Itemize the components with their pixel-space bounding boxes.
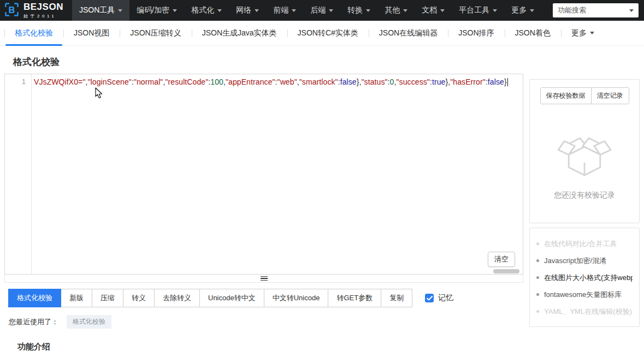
code-token: "status" (362, 78, 388, 86)
bullet-icon (536, 242, 539, 245)
memory-toggle[interactable]: 记忆 (425, 293, 453, 303)
toolbar-button[interactable]: 压缩 (92, 289, 123, 307)
line-number: 1 (5, 78, 31, 86)
nav-menu-item[interactable]: 前端 (266, 0, 303, 21)
editor-column: 1 VJsZWQifX0=","loginScene":"normal","re… (4, 74, 523, 351)
chevron-down-icon (255, 9, 259, 12)
chevron-down-icon (217, 9, 222, 12)
tool-tab[interactable]: JSON着色 (505, 21, 561, 46)
bejson-logo[interactable]: B BEJSON 始于2011 (0, 2, 72, 19)
nav-menu-item[interactable]: 格式化 (184, 0, 229, 21)
chevron-down-icon (403, 9, 407, 12)
toolbar-button[interactable]: 新版 (61, 289, 92, 307)
records-button-group: 保存校验数据 清空记录 (540, 87, 629, 104)
bullet-icon (536, 293, 539, 296)
navbar-menu: JSON工具 编码/加密 格式化 网络 前端 后端 转换 其他 (72, 0, 541, 21)
page-title: 格式化校验 (13, 56, 644, 68)
toolbar-button[interactable]: 格式化校验 (8, 289, 61, 307)
chevron-down-icon (440, 9, 445, 12)
tool-tab[interactable]: JSON排序 (448, 21, 504, 46)
tool-tab[interactable]: 更多 (561, 21, 605, 46)
recent-used-row: 您最近使用了： 格式化校验 (9, 315, 523, 329)
code-token: VJsZWQifX0=" (34, 78, 85, 86)
json-editor[interactable]: 1 VJsZWQifX0=","loginScene":"normal","re… (4, 74, 523, 275)
editor-clear-button[interactable]: 清空 (488, 252, 515, 267)
empty-box-icon (554, 127, 615, 182)
toolbar-button[interactable]: 去除转义 (154, 289, 200, 307)
nav-menu-item[interactable]: 更多 (504, 0, 541, 21)
nav-menu-item[interactable]: 转换 (340, 0, 377, 21)
recent-used-tag[interactable]: 格式化校验 (67, 315, 111, 329)
chevron-down-icon (173, 9, 177, 12)
nav-menu-item[interactable]: JSON工具 (72, 0, 129, 21)
nav-menu-item[interactable]: 后端 (303, 0, 340, 21)
check-icon (427, 296, 433, 301)
toolbar-button[interactable]: 转义 (123, 289, 155, 307)
sidebar-link[interactable]: Javascript加密/混淆 (536, 252, 633, 269)
toolbar-button[interactable]: 中文转Unicode (264, 289, 329, 307)
nav-menu-item[interactable]: 网络 (229, 0, 266, 21)
chevron-down-icon (118, 9, 122, 12)
code-token: "smartlock" (299, 78, 338, 86)
top-navbar: B BEJSON 始于2011 JSON工具 编码/加密 格式化 网络 前端 (0, 0, 644, 21)
bullet-icon (536, 259, 539, 262)
code-token: }, (357, 78, 362, 86)
bullet-icon (536, 310, 539, 313)
code-token: "hasError" (450, 78, 486, 86)
code-token: false (488, 78, 504, 86)
related-links-panel: 在线代码对比/合并工具 Javascript加密/混淆 在线图片大小格式(支持w… (529, 228, 640, 327)
right-sidebar: 保存校验数据 清空记录 您还没有校验记录 (529, 74, 640, 327)
tool-tab[interactable]: JSON压缩转义 (120, 21, 191, 46)
code-token: "loginScene" (87, 78, 131, 86)
action-toolbar: 格式化校验新版压缩转义去除转义Unicode转中文中文转Unicode转GET参… (9, 289, 523, 307)
tool-tab[interactable]: JSON转C#实体类 (287, 21, 369, 46)
sidebar-link[interactable]: 在线图片大小格式(支持webp... (536, 269, 633, 286)
memory-checkbox[interactable] (425, 294, 434, 302)
nav-menu-item[interactable]: 平台工具 (452, 0, 504, 21)
sidebar-link[interactable]: fontawesome矢量图标库 (536, 286, 633, 303)
horizontal-scrollbar-thumb[interactable] (493, 269, 519, 273)
chevron-down-icon (493, 9, 497, 12)
bullet-icon (536, 276, 539, 279)
chevron-down-icon (366, 9, 370, 12)
toolbar-button[interactable]: 复制 (381, 289, 412, 307)
toolbar-button[interactable]: Unicode转中文 (199, 289, 264, 307)
tool-tab[interactable]: JSON在线编辑器 (369, 21, 448, 46)
logo-subtitle: 始于2011 (23, 13, 63, 19)
nav-menu-item[interactable]: 其他 (377, 0, 415, 21)
code-token: "web" (277, 78, 297, 86)
editor-resize-handle[interactable] (4, 275, 523, 283)
feature-intro-title: 功能介绍 (17, 342, 510, 351)
no-records-text: 您还没有校验记录 (554, 191, 615, 200)
toolbar-button[interactable]: 转GET参数 (328, 289, 381, 307)
svg-text:B: B (9, 4, 15, 14)
code-token: true (432, 78, 446, 86)
tool-tab[interactable]: JSON生成Java实体类 (192, 21, 287, 46)
code-token: "normal" (134, 78, 163, 86)
main-row: 1 VJsZWQifX0=","loginScene":"normal","re… (0, 74, 644, 351)
clear-records-button[interactable]: 清空记录 (591, 87, 629, 104)
save-validation-button[interactable]: 保存校验数据 (540, 87, 592, 104)
chevron-down-icon (329, 9, 333, 12)
memory-label: 记忆 (438, 293, 453, 303)
search-select[interactable]: 功能搜索 (553, 3, 639, 17)
code-token: false (340, 78, 357, 86)
chevron-down-icon (292, 9, 296, 12)
code-line[interactable]: VJsZWQifX0=","loginScene":"normal","resu… (32, 74, 523, 274)
code-token: "resultCode" (165, 78, 208, 86)
recent-used-label: 您最近使用了： (9, 317, 58, 327)
sidebar-link[interactable]: YAML、YML在线编辑(校验)器 (536, 303, 633, 320)
tool-tab[interactable]: 格式化校验 (4, 21, 63, 46)
bejson-logo-icon: B (4, 2, 19, 19)
toolbar-buttons: 格式化校验新版压缩转义去除转义Unicode转中文中文转Unicode转GET参… (9, 289, 412, 307)
code-token: }, (445, 78, 450, 86)
line-number-gutter: 1 (5, 74, 32, 274)
code-token: } (504, 78, 507, 86)
search-placeholder: 功能搜索 (558, 5, 586, 15)
chevron-down-icon (530, 9, 534, 12)
nav-menu-item[interactable]: 编码/加密 (129, 0, 184, 21)
tool-tab[interactable]: JSON视图 (63, 21, 120, 46)
sidebar-link[interactable]: 在线代码对比/合并工具 (536, 235, 633, 252)
nav-menu-item[interactable]: 文档 (415, 0, 452, 21)
code-token: 100 (210, 78, 223, 86)
